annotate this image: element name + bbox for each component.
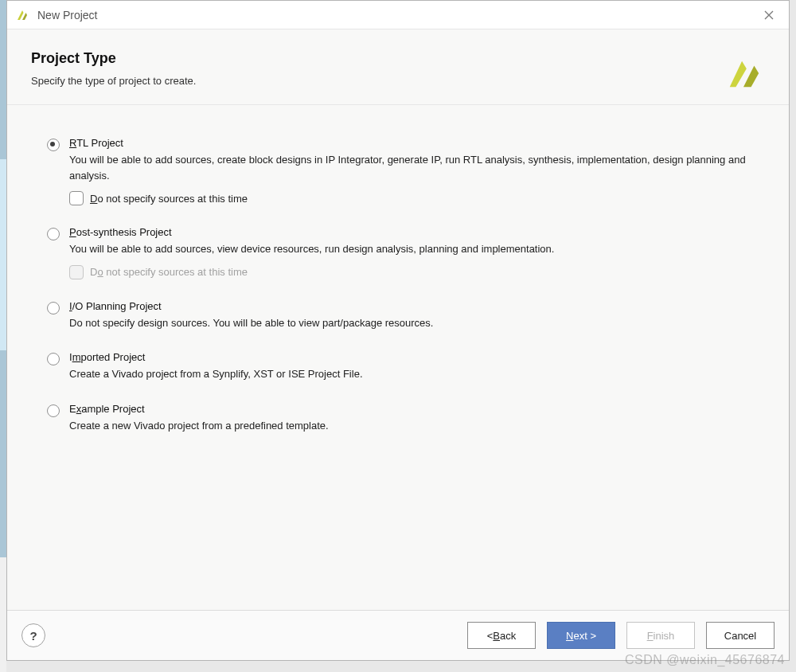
back-button[interactable]: < Back [467, 622, 536, 649]
option-post-desc: You will be able to add sources, view de… [69, 241, 762, 257]
header: Project Type Specify the type of project… [7, 29, 789, 105]
help-button[interactable]: ? [21, 623, 45, 647]
cancel-button[interactable]: Cancel [706, 622, 775, 649]
option-imported-title: Imported Project [69, 351, 762, 363]
page-title: Project Type [31, 50, 725, 67]
checkbox-post-no-sources-label: Do not specify sources at this time [90, 266, 248, 278]
option-example: Example Project Create a new Vivado proj… [47, 403, 762, 434]
checkbox-rtl-no-sources[interactable] [69, 191, 84, 205]
radio-imported[interactable] [47, 353, 60, 365]
checkbox-rtl-no-sources-label: Do not specify sources at this time [90, 193, 248, 205]
checkbox-post-no-sources [69, 265, 84, 279]
finish-button: Finish [626, 622, 695, 649]
vivado-icon [15, 8, 29, 22]
option-imported-desc: Create a Vivado project from a Synplify,… [69, 366, 762, 382]
radio-post-synthesis[interactable] [47, 228, 60, 240]
close-icon [764, 10, 774, 20]
options-area: RTL Project You will be able to add sour… [7, 105, 789, 610]
radio-io-planning[interactable] [47, 302, 60, 315]
option-example-title: Example Project [69, 403, 762, 415]
next-button[interactable]: Next > [547, 622, 615, 649]
option-post-synthesis: Post-synthesis Project You will be able … [47, 226, 762, 279]
option-rtl-desc: You will be able to add sources, create … [69, 152, 762, 183]
option-io-planning: I/O Planning Project Do not specify desi… [47, 300, 762, 331]
dialog-title: New Project [37, 9, 755, 21]
titlebar: New Project [7, 1, 789, 29]
vivado-logo-icon [725, 55, 762, 92]
option-rtl-title: RTL Project [69, 137, 762, 149]
option-io-title: I/O Planning Project [69, 300, 762, 312]
option-example-desc: Create a new Vivado project from a prede… [69, 418, 762, 434]
option-post-title: Post-synthesis Project [69, 226, 762, 238]
radio-rtl[interactable] [47, 139, 60, 151]
option-rtl: RTL Project You will be able to add sour… [47, 137, 762, 205]
close-button[interactable] [755, 5, 782, 25]
option-io-desc: Do not specify design sources. You will … [69, 315, 762, 331]
footer: ? < Back Next > Finish Cancel [7, 610, 789, 660]
page-subtitle: Specify the type of project to create. [31, 75, 725, 87]
radio-example[interactable] [47, 404, 60, 417]
new-project-dialog: New Project Project Type Specify the typ… [6, 0, 790, 661]
option-imported: Imported Project Create a Vivado project… [47, 351, 762, 382]
